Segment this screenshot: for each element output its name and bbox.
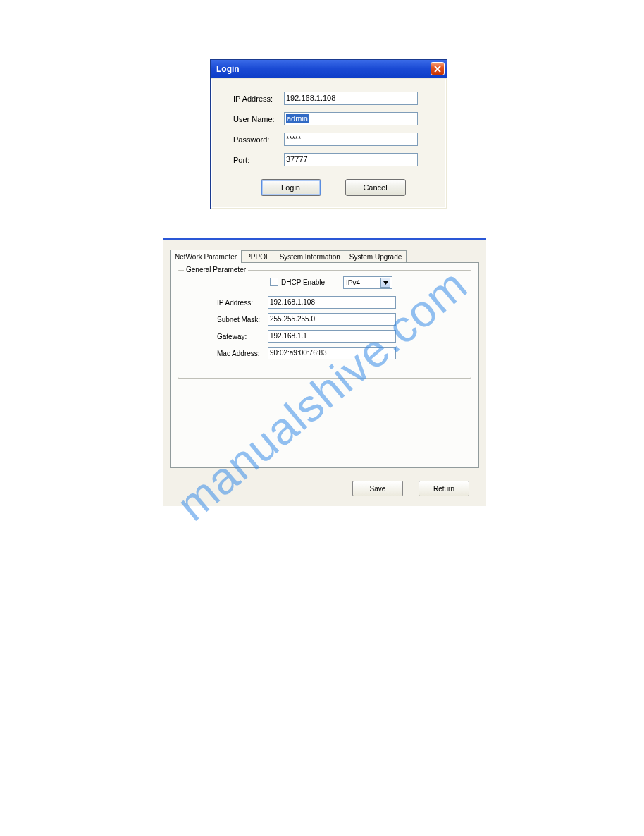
title-bar[interactable]: Login [211,60,447,78]
login-button[interactable]: Login [261,179,321,196]
ip-version-value: IPv4 [346,279,360,287]
ip-address-input[interactable]: 192.168.1.108 [284,92,418,105]
mac-address-label: Mac Address: [217,350,268,357]
tab-content: General Parameter DHCP Enable IPv4 IP Ad… [170,262,479,468]
groupbox-title: General Parameter [184,266,248,273]
gateway-input[interactable]: 192.168.1.1 [268,330,396,343]
save-button[interactable]: Save [352,481,403,496]
password-label: Password: [233,135,284,144]
subnet-mask-label: Subnet Mask: [217,316,268,324]
settings-panel: NetWork Parameter PPPOE System Informati… [163,238,486,506]
ip-address-input-2[interactable]: 192.168.1.108 [268,296,396,309]
close-button[interactable] [431,62,445,75]
close-icon [434,66,441,73]
login-dialog: Login IP Address: 192.168.1.108 User Nam… [210,59,447,209]
tab-system-upgrade[interactable]: System Upgrade [345,250,407,262]
ip-address-label: IP Address: [233,94,284,103]
dhcp-enable-label: DHCP Enable [281,278,325,286]
general-parameter-group: General Parameter DHCP Enable IPv4 IP Ad… [178,270,471,379]
gateway-label: Gateway: [217,333,268,340]
chevron-down-icon [380,278,390,288]
tab-pppoe[interactable]: PPPOE [241,250,275,262]
subnet-mask-input[interactable]: 255.255.255.0 [268,313,396,326]
title-bar-title: Login [216,64,240,74]
dhcp-enable-checkbox[interactable] [270,278,278,286]
ip-version-select[interactable]: IPv4 [343,276,392,289]
port-input[interactable]: 37777 [284,153,418,166]
password-input[interactable]: ***** [284,133,418,146]
tab-system-information[interactable]: System Information [275,250,345,262]
login-body: IP Address: 192.168.1.108 User Name: adm… [211,79,446,208]
user-name-input[interactable]: admin [284,112,418,125]
return-button[interactable]: Return [419,481,469,496]
tab-strip: NetWork Parameter PPPOE System Informati… [170,246,486,262]
tab-network-parameter[interactable]: NetWork Parameter [170,250,242,263]
user-name-label: User Name: [233,115,284,123]
ip-address-label-2: IP Address: [217,299,268,307]
mac-address-input[interactable]: 90:02:a9:00:76:83 [268,347,396,359]
port-label: Port: [233,156,284,164]
cancel-button[interactable]: Cancel [345,179,406,196]
